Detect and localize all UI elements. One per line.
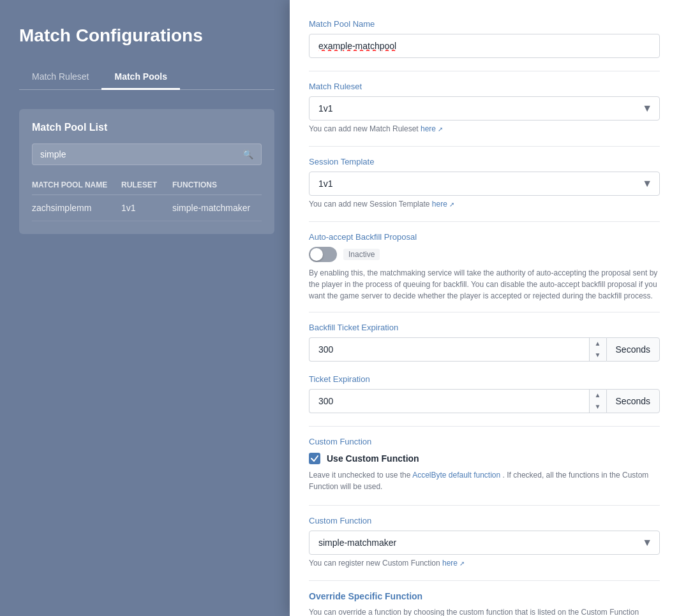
- ticket-decrement-button[interactable]: ▼: [590, 401, 606, 413]
- checkmark-icon: [311, 455, 318, 462]
- ticket-expiration-section: Ticket Expiration ▲ ▼ Seconds: [309, 374, 660, 413]
- session-template-link[interactable]: here ➚: [432, 200, 454, 209]
- custom-function-section-title: Custom Function: [309, 437, 660, 446]
- custom-function-dropdown-label: Custom Function: [309, 516, 660, 525]
- left-panel: Match Configurations Match Ruleset Match…: [0, 0, 294, 616]
- page-title: Match Configurations: [19, 26, 274, 46]
- toggle-thumb: [310, 248, 323, 261]
- pool-name-input[interactable]: [309, 34, 660, 58]
- custom-function-section: Custom Function Use Custom Function Leav…: [309, 437, 660, 492]
- search-icon: 🔍: [243, 149, 253, 159]
- ticket-expiration-group: ▲ ▼ Seconds: [309, 389, 660, 413]
- backfill-spinner-arrows: ▲ ▼: [589, 337, 606, 362]
- override-description: You can override a function by choosing …: [309, 606, 660, 616]
- toggle-description: By enabling this, the matchmaking servic…: [309, 267, 660, 302]
- divider-6: [309, 505, 660, 506]
- backfill-decrement-button[interactable]: ▼: [590, 349, 606, 361]
- backfill-unit: Seconds: [606, 337, 660, 362]
- ticket-increment-button[interactable]: ▲: [590, 390, 606, 401]
- table-header: Match Pool Name Ruleset Functions: [32, 175, 262, 195]
- custom-function-help: You can register new Custom Function her…: [309, 559, 660, 568]
- ticket-spinner-arrows: ▲ ▼: [589, 389, 606, 413]
- right-panel: Match Pool Name Match Ruleset 1v1 2v2 4v…: [290, 0, 679, 616]
- custom-function-select[interactable]: simple-matchmaker advanced-matchmaker: [309, 531, 660, 555]
- ticket-expiration-input[interactable]: [309, 389, 589, 413]
- divider-1: [309, 71, 660, 71]
- match-ruleset-select-wrapper: 1v1 2v2 4v4 ▼: [309, 96, 660, 121]
- override-title: Override Specific Function: [309, 591, 660, 601]
- search-input[interactable]: [40, 149, 243, 159]
- search-box[interactable]: 🔍: [32, 143, 262, 165]
- table-row[interactable]: zachsimplemm 1v1 simple-matchmaker: [32, 195, 262, 221]
- pool-name-label: Match Pool Name: [309, 19, 660, 29]
- use-custom-function-checkbox[interactable]: [309, 453, 320, 464]
- match-ruleset-help: You can add new Match Ruleset here ➚: [309, 124, 660, 133]
- toggle-row: Inactive: [309, 247, 660, 262]
- backfill-increment-button[interactable]: ▲: [590, 338, 606, 349]
- match-ruleset-section: Match Ruleset 1v1 2v2 4v4 ▼ You can add …: [309, 82, 660, 133]
- tabs: Match Ruleset Match Pools: [19, 65, 274, 90]
- use-custom-function-label: Use Custom Function: [327, 453, 419, 464]
- custom-function-link[interactable]: here ➚: [442, 559, 465, 568]
- auto-accept-label: Auto-accept Backfill Proposal: [309, 232, 660, 242]
- backfill-expiration-label: Backfill Ticket Expiration: [309, 323, 660, 332]
- session-template-select-wrapper: 1v1 2v2 4v4 ▼: [309, 172, 660, 196]
- session-template-help: You can add new Session Template here ➚: [309, 200, 660, 209]
- divider-2: [309, 146, 660, 147]
- tab-match-ruleset[interactable]: Match Ruleset: [19, 65, 101, 89]
- custom-function-select-wrapper: simple-matchmaker advanced-matchmaker ▼: [309, 531, 660, 555]
- accelbyte-default-function-link[interactable]: AccelByte default function: [412, 471, 502, 480]
- match-pool-list-container: Match Pool List 🔍 Match Pool Name Rulese…: [19, 109, 274, 234]
- toggle-status: Inactive: [343, 249, 380, 260]
- session-template-label: Session Template: [309, 157, 660, 166]
- divider-4: [309, 312, 660, 312]
- session-template-select[interactable]: 1v1 2v2 4v4: [309, 172, 660, 196]
- divider-7: [309, 580, 660, 581]
- backfill-expiration-input[interactable]: [309, 337, 589, 362]
- backfill-expiration-section: Backfill Ticket Expiration ▲ ▼ Seconds: [309, 323, 660, 362]
- match-ruleset-label: Match Ruleset: [309, 82, 660, 91]
- match-pool-list-title: Match Pool List: [32, 122, 262, 133]
- custom-function-dropdown-section: Custom Function simple-matchmaker advanc…: [309, 516, 660, 568]
- divider-3: [309, 221, 660, 222]
- tab-match-pools[interactable]: Match Pools: [101, 65, 179, 89]
- auto-accept-toggle[interactable]: [309, 247, 337, 262]
- backfill-expiration-group: ▲ ▼ Seconds: [309, 337, 660, 362]
- auto-accept-section: Auto-accept Backfill Proposal Inactive B…: [309, 232, 660, 302]
- custom-function-description: Leave it unchecked to use the AccelByte …: [309, 469, 660, 492]
- divider-5: [309, 426, 660, 427]
- use-custom-function-row: Use Custom Function: [309, 453, 660, 464]
- match-ruleset-select[interactable]: 1v1 2v2 4v4: [309, 96, 660, 121]
- pool-name-section: Match Pool Name: [309, 19, 660, 58]
- override-section: Override Specific Function You can overr…: [309, 591, 660, 616]
- ticket-unit: Seconds: [606, 389, 660, 413]
- session-template-section: Session Template 1v1 2v2 4v4 ▼ You can a…: [309, 157, 660, 209]
- match-ruleset-link[interactable]: here ➚: [421, 124, 443, 133]
- ticket-expiration-label: Ticket Expiration: [309, 374, 660, 384]
- external-link-icon: ➚: [438, 126, 443, 133]
- external-link-icon-3: ➚: [459, 560, 465, 567]
- external-link-icon-2: ➚: [449, 201, 454, 208]
